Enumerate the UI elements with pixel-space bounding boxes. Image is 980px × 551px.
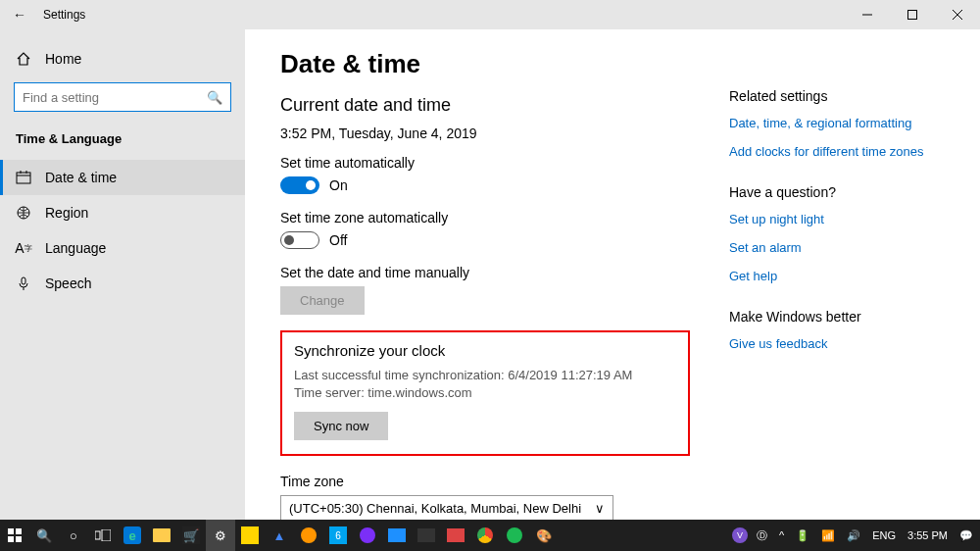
app-icon-4[interactable] [353,520,382,551]
timezone-label: Time zone [280,474,690,489]
nav-language[interactable]: A字 Language [0,230,245,266]
set-zone-auto-toggle[interactable]: Off [280,231,690,249]
tray-notifications-icon[interactable]: 💬 [956,529,976,542]
titlebar: ← Settings [0,0,980,29]
start-button[interactable] [0,520,29,551]
firefox-icon[interactable] [294,520,323,551]
tray-battery-icon[interactable]: 🔋 [793,529,812,542]
timezone-value: (UTC+05:30) Chennai, Kolkata, Mumbai, Ne… [289,501,581,516]
svg-rect-15 [102,529,111,541]
store-icon[interactable]: 🛒 [176,520,206,551]
calendar-icon [16,170,31,185]
sidebar: Home 🔍 Time & Language Date & time Regio… [0,29,245,520]
app-icon-1[interactable] [235,520,265,551]
svg-rect-11 [16,528,22,534]
manual-label: Set the date and time manually [280,265,690,280]
link-add-clocks[interactable]: Add clocks for different time zones [729,144,945,159]
nav-speech[interactable]: Speech [0,266,245,301]
file-explorer-icon[interactable] [147,520,176,551]
settings-icon[interactable]: ⚙ [206,520,235,551]
app-icon-6[interactable] [412,520,441,551]
tray-lang[interactable]: ENG [869,529,899,541]
sync-section: Synchronize your clock Last successful t… [280,330,690,456]
set-time-auto-label: Set time automatically [280,155,690,171]
related-header: Related settings [729,88,945,104]
question-header: Have a question? [729,184,945,200]
maximize-button[interactable] [890,0,935,29]
tray-time[interactable]: 3:55 PM [905,529,951,541]
sidebar-home[interactable]: Home [0,43,245,75]
nav-region[interactable]: Region [0,195,245,230]
sync-server: Time server: time.windows.com [294,384,676,402]
paint-icon[interactable]: 🎨 [529,520,559,551]
content: Date & time Current date and time 3:52 P… [280,49,690,520]
minimize-button[interactable] [845,0,890,29]
sync-now-button[interactable]: Sync now [294,412,388,440]
task-view-icon[interactable] [88,520,118,551]
better-header: Make Windows better [729,309,945,325]
search-input[interactable] [23,90,207,105]
change-button[interactable]: Change [280,286,365,315]
window-title: Settings [43,8,85,22]
nav-label: Region [45,205,88,221]
taskbar: 🔍 ○ e 🛒 ⚙ ▲ 6 🎨 V Ⓓ ^ 🔋 📶 🔊 ENG 3:55 PM … [0,520,980,551]
page-title: Date & time [280,49,690,79]
nav-label: Speech [45,276,91,291]
svg-rect-1 [908,11,917,20]
tray-up-icon[interactable]: ^ [776,529,787,541]
language-icon: A字 [16,240,31,256]
link-alarm[interactable]: Set an alarm [729,240,945,255]
tray-wifi-icon[interactable]: 📶 [818,529,838,542]
chrome-icon[interactable] [470,520,500,551]
svg-rect-9 [22,277,25,284]
svg-rect-13 [16,536,22,542]
svg-rect-14 [95,531,100,539]
right-column: Related settings Date, time, & regional … [729,49,945,520]
app-icon-3[interactable]: 6 [323,520,353,551]
set-time-auto-toggle[interactable]: On [280,176,690,194]
link-night-light[interactable]: Set up night light [729,212,945,226]
link-get-help[interactable]: Get help [729,269,945,283]
chevron-down-icon: ∨ [595,501,605,516]
toggle-state: On [329,177,348,193]
home-label: Home [45,51,81,67]
edge-icon[interactable]: e [118,520,147,551]
app-icon-5[interactable] [382,520,412,551]
svg-rect-10 [8,528,14,534]
tray-volume-icon[interactable]: 🔊 [844,529,863,542]
current-value: 3:52 PM, Tuesday, June 4, 2019 [280,125,690,141]
sync-last: Last successful time synchronization: 6/… [294,367,676,384]
back-button[interactable]: ← [0,7,39,23]
link-feedback[interactable]: Give us feedback [729,336,945,351]
nav-label: Language [45,240,106,256]
link-regional-formatting[interactable]: Date, time, & regional formatting [729,116,945,130]
microphone-icon [16,276,31,291]
set-zone-auto-label: Set time zone automatically [280,210,690,225]
app-icon-7[interactable] [441,520,470,551]
svg-rect-12 [8,536,14,542]
app-icon-2[interactable]: ▲ [265,520,294,551]
search-taskbar-icon[interactable]: 🔍 [29,520,59,551]
svg-rect-4 [17,173,30,183]
timezone-dropdown[interactable]: (UTC+05:30) Chennai, Kolkata, Mumbai, Ne… [280,495,613,520]
home-icon [16,51,31,67]
search-icon: 🔍 [207,90,222,105]
sync-header: Synchronize your clock [294,342,676,359]
section-label: Time & Language [0,124,245,160]
toggle-state: Off [329,232,347,248]
spotify-icon[interactable] [500,520,529,551]
tray-user-icon[interactable]: V [732,527,748,543]
search-box[interactable]: 🔍 [14,82,231,112]
nav-label: Date & time [45,170,117,185]
close-button[interactable] [935,0,980,29]
globe-icon [16,205,31,221]
cortana-icon[interactable]: ○ [59,520,88,551]
tray-bluetooth-icon[interactable]: Ⓓ [754,528,770,543]
nav-date-time[interactable]: Date & time [0,160,245,195]
current-header: Current date and time [280,95,690,116]
